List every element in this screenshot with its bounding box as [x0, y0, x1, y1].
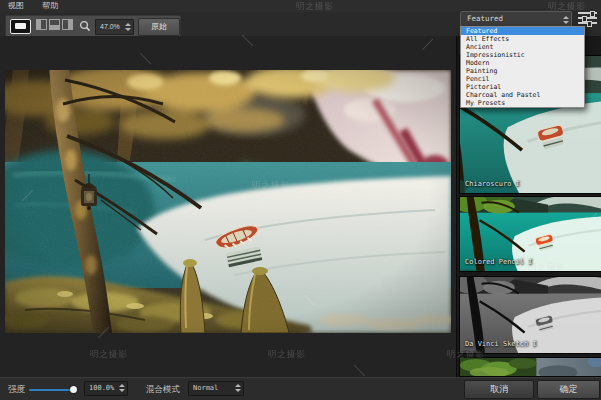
topaz-impression-window: 视图 帮助 47.0% 原始 Featured [0, 0, 601, 400]
menu-help[interactable]: 帮助 [34, 0, 66, 12]
dropdown-option-featured[interactable]: Featured [461, 27, 584, 35]
strength-stepper[interactable] [119, 383, 125, 393]
dropdown-option-modern[interactable]: Modern [461, 59, 584, 67]
strength-label: 强度 [8, 378, 25, 400]
dropdown-option-all-effects[interactable]: All Effects [461, 35, 584, 43]
preset-partial[interactable] [459, 357, 601, 377]
cancel-button[interactable]: 取消 [464, 380, 534, 399]
blend-mode-arrows [235, 383, 241, 393]
dropdown-option-charcoal-and-pastel[interactable]: Charcoal and Pastel [461, 91, 584, 99]
preview-image [5, 70, 451, 333]
blend-mode-value: Normal [189, 384, 218, 392]
ok-button[interactable]: 确定 [537, 380, 600, 399]
preset-da-vinci-sketch[interactable]: Da Vinci Sketch I [459, 276, 601, 354]
zoom-level-field[interactable]: 47.0% [95, 19, 134, 35]
split-left-icon[interactable] [36, 19, 47, 30]
dropdown-option-painting[interactable]: Painting [461, 67, 584, 75]
preset-colored-pencil[interactable]: Colored Pencil I [459, 196, 601, 272]
category-select[interactable]: Featured [460, 11, 572, 27]
menu-view[interactable]: 视图 [0, 0, 32, 12]
category-selected-value: Featured [461, 14, 503, 23]
original-button[interactable]: 原始 [138, 18, 180, 36]
category-select-arrows [563, 15, 569, 25]
zoom-level-value: 47.0% [96, 20, 120, 34]
dropdown-option-pencil[interactable]: Pencil [461, 75, 584, 83]
blend-mode-label: 混合模式 [146, 378, 180, 400]
magnifier-icon[interactable] [79, 20, 91, 32]
dropdown-option-pictorial[interactable]: Pictorial [461, 83, 584, 91]
category-dropdown-list: Featured All Effects Ancient Impressioni… [460, 26, 585, 108]
split-bottom-icon[interactable] [49, 19, 60, 30]
strength-slider[interactable] [29, 387, 79, 394]
slider-knob[interactable] [70, 386, 77, 393]
preset-label: Da Vinci Sketch I [465, 340, 537, 348]
canvas-area [0, 36, 456, 377]
sliders-preferences-icon[interactable] [578, 11, 598, 26]
dropdown-option-impressionistic[interactable]: Impressionistic [461, 51, 584, 59]
single-view-icon[interactable] [10, 19, 31, 34]
dropdown-option-my-presets[interactable]: My Presets [461, 99, 584, 107]
dropdown-option-ancient[interactable]: Ancient [461, 43, 584, 51]
zoom-stepper[interactable] [125, 22, 131, 32]
strength-value-field[interactable]: 100.0% [84, 381, 128, 396]
blend-mode-select[interactable]: Normal [188, 381, 244, 396]
preset-label: Colored Pencil I [465, 258, 532, 266]
view-toolbar: 47.0% 原始 [5, 15, 181, 38]
strength-value: 100.0% [85, 384, 114, 392]
split-right-icon[interactable] [62, 19, 73, 30]
preset-label: Chiaroscuro I [465, 180, 520, 188]
